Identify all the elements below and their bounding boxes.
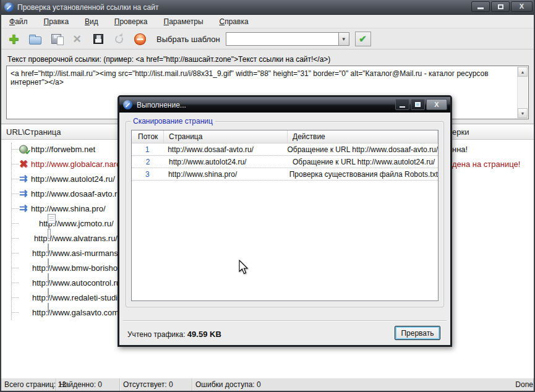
toolbar-button[interactable]: [132, 32, 148, 47]
url-label: http://www.autolot24.ru/: [31, 174, 115, 184]
url-tree-row[interactable]: http://www.jcmoto.ru/: [2, 216, 118, 231]
url-tree-row[interactable]: http://www.bmw-borishof.ru/: [2, 260, 118, 275]
scan-table-body: 1 http://www.dosaaf-avto.ru/ Обращение к…: [132, 143, 438, 181]
scan-table-row[interactable]: 2 http://www.autolot24.ru/ Обращение к U…: [132, 156, 438, 168]
minimize-icon: [400, 106, 405, 108]
dialog-title-bar: Выполнение... X: [119, 97, 450, 113]
url-label: http://forwebm.net: [31, 145, 95, 154]
save-icon: [93, 34, 103, 44]
column-header-action[interactable]: Действие: [288, 130, 438, 143]
close-button[interactable]: X: [511, 1, 533, 12]
globe-check-icon: [19, 144, 30, 155]
red-cross-icon: [19, 159, 30, 169]
result-row: нна!: [438, 142, 534, 156]
dialog-close-button[interactable]: X: [426, 99, 447, 110]
toolbar-button[interactable]: [69, 32, 85, 47]
double-arrow-icon: [19, 174, 30, 184]
dialog-separator: [123, 320, 447, 322]
template-combobox[interactable]: ▼: [226, 32, 349, 46]
url-label: http://www.alvatrans.ru/: [34, 234, 118, 243]
maximize-icon: [498, 4, 503, 9]
traffic-counter: Учтено трафика: 49.59 KB: [127, 330, 221, 339]
url-tree-row[interactable]: http://www.redaleti-studio.ru/: [2, 290, 118, 305]
url-label: http://www.galsavto.com/: [32, 308, 121, 317]
dialog-title: Выполнение...: [137, 101, 186, 109]
document-icon: [48, 229, 51, 239]
url-tree-row[interactable]: http://www.alvatrans.ru/: [2, 231, 118, 245]
double-arrow-icon: [19, 203, 30, 214]
url-label: http://www.autocontrol.ru/: [32, 278, 123, 288]
url-tree-row[interactable]: http://www.autocontrol.ru/: [2, 275, 118, 290]
checkmark-icon: [359, 33, 367, 45]
close-icon: X: [434, 101, 439, 108]
column-header-thread[interactable]: Поток: [132, 130, 164, 143]
scroll-up-icon[interactable]: [518, 67, 528, 77]
status-segment: Ошибки доступа: 0: [192, 378, 512, 391]
dialog-maximize-button[interactable]: [411, 99, 425, 110]
open-icon: [29, 36, 41, 45]
scroll-down-icon[interactable]: [518, 108, 528, 118]
column-header-page[interactable]: Страница: [164, 130, 288, 143]
execution-dialog: Выполнение... X Сканирование страниц Пот…: [118, 95, 452, 347]
toolbar-button[interactable]: [111, 32, 127, 47]
url-label: http://www.shina.pro/: [31, 204, 106, 213]
menu-item-options[interactable]: Параметры: [156, 15, 212, 28]
combobox-dropdown-button[interactable]: ▼: [338, 33, 349, 45]
dialog-body: Сканирование страниц Поток Страница Дейс…: [119, 113, 450, 345]
stop-icon: [134, 33, 146, 45]
toolbar-button[interactable]: [6, 32, 22, 47]
title-bar: Проверка установленной ссылки на сайт X: [0, 0, 535, 15]
url-tree-row[interactable]: http://www.dosaaf-avto.ru/: [2, 186, 118, 201]
abort-button[interactable]: Прервать: [395, 326, 440, 340]
document-icon: [48, 244, 49, 254]
url-tree-row[interactable]: http://www.asi-murmansk.ru/: [2, 245, 118, 260]
app-icon: [123, 100, 132, 109]
status-segment: Найденно: 0: [56, 378, 120, 391]
menu-item-file[interactable]: Файл: [1, 15, 36, 28]
status-segment: Done: [512, 378, 534, 391]
url-tree-row[interactable]: http://www.globalcar.narod.ru: [2, 156, 118, 171]
dialog-minimize-button[interactable]: [395, 99, 409, 110]
scan-table-row[interactable]: 1 http://www.dosaaf-avto.ru/ Обращение к…: [132, 143, 438, 156]
mouse-cursor: [239, 260, 250, 276]
menu-item-help[interactable]: Справка: [212, 15, 257, 28]
url-tree-row[interactable]: http://forwebm.net: [2, 142, 118, 156]
apply-template-button[interactable]: [355, 32, 371, 46]
minimize-button[interactable]: [471, 1, 490, 12]
application-window: { "window": { "title": "Проверка установ…: [0, 0, 535, 392]
link-hint-label: Текст проверочной ссылки: (пример: <a hr…: [7, 55, 330, 64]
save-as-icon: [51, 34, 61, 44]
menu-item-edit[interactable]: Правка: [36, 15, 77, 28]
template-label: Выбрать шаблон: [156, 35, 220, 44]
textarea-scrollbar[interactable]: [517, 67, 528, 118]
toolbar-button[interactable]: [90, 32, 106, 47]
traffic-value: 49.59 KB: [187, 330, 221, 339]
menu-item-check[interactable]: Проверка: [106, 15, 156, 28]
maximize-button[interactable]: [491, 1, 510, 12]
scan-groupbox: Сканирование страниц Поток Страница Дейс…: [126, 121, 444, 307]
url-tree: http://forwebm.net http://www.globalcar.…: [2, 142, 118, 320]
toolbar-button[interactable]: [48, 32, 64, 47]
document-icon: [48, 303, 49, 313]
url-tree-row[interactable]: http://www.galsavto.com/: [2, 305, 118, 320]
link-text-value: <a href="http://list.mail.ru"><img src="…: [11, 69, 489, 87]
url-tree-row[interactable]: http://www.autolot24.ru/: [2, 171, 118, 186]
url-tree-row[interactable]: http://www.shina.pro/: [2, 201, 118, 216]
result-column-header[interactable]: ерки: [438, 125, 534, 140]
url-column-header[interactable]: URL\Страница: [1, 125, 124, 140]
toolbar-button[interactable]: [27, 32, 43, 47]
menu-bar: Файл Правка Вид Проверка Параметры Справ…: [1, 15, 534, 28]
scan-listview: Поток Страница Действие 1 http://www.dos…: [131, 130, 439, 301]
scan-table-row[interactable]: 3 http://www.shina.pro/ Проверка существ…: [132, 168, 438, 181]
window-title: Проверка установленной ссылки на сайт: [17, 3, 158, 12]
url-label: http://www.dosaaf-avto.ru/: [31, 189, 124, 198]
refresh-icon: [114, 34, 124, 44]
double-arrow-icon: [19, 189, 30, 199]
scan-group-label: Сканирование страниц: [131, 117, 215, 126]
minimize-icon: [477, 7, 484, 9]
menu-item-view[interactable]: Вид: [77, 15, 106, 28]
document-icon: [48, 258, 49, 268]
maximize-icon: [415, 102, 421, 107]
toolbar: Выбрать шаблон ▼: [1, 29, 534, 49]
delete-icon: [72, 33, 81, 46]
